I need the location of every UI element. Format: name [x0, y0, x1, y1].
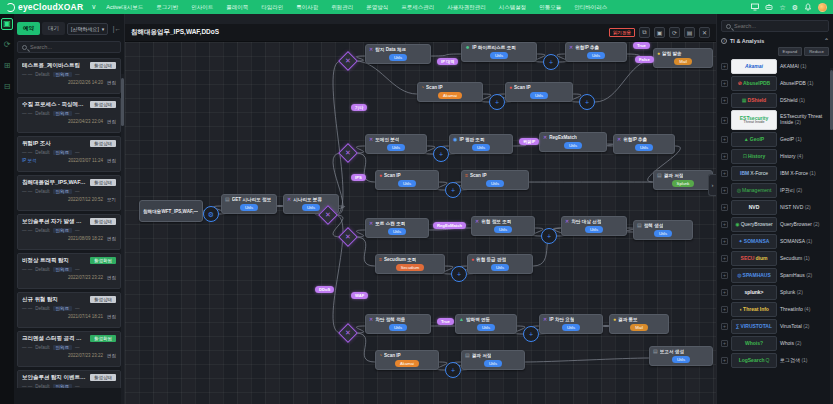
expand-all-button[interactable]: Expand	[778, 47, 803, 56]
playbook-card[interactable]: 크리덴셜 스터핑 공격 탐지활성화됨— —Default인워크—2022/07/…	[17, 331, 121, 367]
app-row[interactable]: +LogSearchQ로그검색 (1)	[721, 353, 829, 368]
workspace-icon[interactable]: ▣	[1, 18, 13, 30]
drag-handle-icon[interactable]: +	[721, 170, 728, 177]
workflow-node[interactable]: ▤결과 저장Utils	[461, 350, 525, 370]
drag-handle-icon[interactable]: +	[721, 289, 728, 296]
app-row[interactable]: +SECUdiumSecudium (1)	[721, 251, 829, 266]
workflow-node[interactable]: 침해대응WFT_IPS,WAF,—	[139, 200, 203, 222]
workflow-node[interactable]: ●위협 등급 판정Utils	[467, 254, 533, 274]
drag-handle-icon[interactable]: +	[721, 323, 728, 330]
collapse-sidebar-button[interactable]: |←	[113, 25, 121, 32]
playbook-card[interactable]: 비정상 트래픽 탐지활성화됨— —Default인워크—2022/07/23 2…	[17, 253, 121, 289]
star-icon[interactable]: ☆	[779, 4, 785, 11]
display-icon[interactable]	[751, 3, 759, 11]
workflow-node[interactable]: ✕IP 차단 요청Utils	[539, 314, 603, 334]
app-row[interactable]: +Whois?Whois (2)	[721, 336, 829, 351]
app-row[interactable]: +◎ManagementIP관리 (2)	[721, 183, 829, 198]
workflow-node[interactable]: ≡Scan IPUtils	[461, 170, 529, 190]
chevron-up-icon[interactable]: ⌃	[824, 37, 829, 44]
menu-item[interactable]: 로그기반	[156, 4, 178, 11]
workflow-node[interactable]: ✕RegExMatchUtils	[539, 132, 607, 152]
gear-node[interactable]: ⚙	[203, 206, 219, 222]
drag-handle-icon[interactable]: +	[721, 80, 728, 87]
panel-icon[interactable]: ⊟	[1, 81, 13, 93]
app-row[interactable]: +✦SOMANSASOMANSA (1)	[721, 234, 829, 249]
workflow-node[interactable]: ▤정책 생성Utils	[633, 220, 693, 240]
workflow-node[interactable]: ◔Scan IPAkamai	[375, 350, 439, 370]
capture-icon[interactable]: ⧉	[639, 27, 650, 38]
join-node[interactable]: +	[541, 228, 557, 244]
workflow-node[interactable]: ●알림 발송Mail	[653, 48, 713, 68]
tab-reserved[interactable]: 예약	[17, 22, 40, 35]
menu-item[interactable]: 시스템설정	[499, 4, 527, 11]
edit-button[interactable]: 보기	[107, 197, 116, 202]
menu-item[interactable]: 사용자권한관리	[447, 4, 486, 11]
workflow-node[interactable]: ✕탐지 Data 체크Utils	[365, 44, 431, 64]
app-row[interactable]: +◍SPAMHAUSSpamHaus (2)	[721, 268, 829, 283]
playbook-card[interactable]: 신규 위협 탐지활성상태— —Default인워크—2021/07/14 18:…	[17, 292, 121, 328]
menu-item[interactable]: 프로세스관리	[401, 4, 434, 11]
folder-icon[interactable]: ▤	[684, 27, 695, 38]
workflow-node[interactable]: ◉IP 평판 조회Utils	[449, 134, 513, 154]
join-node[interactable]: +	[445, 362, 461, 378]
workflow-node[interactable]: ✕차단 정책 적용Utils	[365, 314, 431, 334]
edit-button[interactable]: 편집	[107, 119, 116, 124]
save-icon[interactable]: ▣	[654, 27, 665, 38]
robot-icon[interactable]	[765, 3, 773, 11]
workflow-node[interactable]: ●Scan IPUtils	[505, 82, 573, 102]
app-row[interactable]: +◖Threat InfoThreatInfo (4)	[721, 302, 829, 317]
workflow-node[interactable]: ▤보고서 생성Utils	[649, 346, 713, 366]
menu-item[interactable]: Active대시보드	[106, 4, 143, 11]
app-row[interactable]: +▲GeoIPGeoIP (1)	[721, 132, 829, 147]
expand-right-panel-button[interactable]: ›	[708, 174, 716, 196]
playbook-link[interactable]: IP 분석	[22, 158, 36, 163]
join-node[interactable]: +	[445, 182, 461, 198]
workflow-node[interactable]: ≡Secudium 조회Secudium	[375, 254, 445, 274]
grid-icon[interactable]: ⊞	[1, 60, 13, 72]
edit-button[interactable]: 편집	[107, 314, 116, 319]
app-row[interactable]: +∑VIRUSTOTALVirusTotal (2)	[721, 319, 829, 334]
tab-waiting[interactable]: 대기	[42, 22, 65, 35]
menu-item[interactable]: 특이사항	[296, 4, 318, 11]
drag-handle-icon[interactable]: +	[721, 357, 728, 364]
join-node[interactable]: +	[523, 326, 539, 342]
drag-handle-icon[interactable]: +	[721, 255, 728, 262]
drag-handle-icon[interactable]: +	[721, 153, 728, 160]
join-node[interactable]: +	[489, 94, 505, 110]
workflow-node[interactable]: ✕위협IP 추출Utils	[613, 134, 675, 154]
workflow-node[interactable]: ▲방화벽 연동Utils	[455, 314, 517, 334]
app-row[interactable]: +◉QueryBrowserQueryBrowser (2)	[721, 217, 829, 232]
apps-section-header[interactable]: i TI & Analysis ⌃	[721, 37, 829, 44]
drag-handle-icon[interactable]: +	[721, 306, 728, 313]
app-row[interactable]: +⊘AbuseIPDBAbuseIPDB (1)	[721, 76, 829, 91]
avatar[interactable]	[818, 3, 827, 12]
join-node[interactable]: +	[451, 266, 467, 282]
workflow-node[interactable]: ✕차단 대상 선정Utils	[561, 216, 627, 236]
drag-handle-icon[interactable]: +	[721, 187, 728, 194]
join-node[interactable]: +	[579, 94, 595, 110]
app-row[interactable]: +AkamaiAKAMAI (1)	[721, 59, 829, 74]
edit-button[interactable]: 편집	[107, 236, 116, 241]
refresh-icon[interactable]: ⟳	[1, 39, 13, 51]
workflow-node[interactable]: ●결과 통보Mail	[609, 314, 669, 334]
drag-handle-icon[interactable]: +	[721, 340, 728, 347]
refresh-icon[interactable]: ⟳	[669, 27, 680, 38]
search-input[interactable]	[30, 44, 116, 50]
workflow-node[interactable]: ✕포트 스캔 조회Utils	[365, 218, 429, 238]
workflow-node[interactable]: ✕위협 정보 조회Utils	[471, 216, 535, 236]
drag-handle-icon[interactable]: +	[721, 204, 728, 211]
app-row[interactable]: +ESTsecurityThreat InsideESTsecurity Thr…	[721, 110, 829, 130]
app-row[interactable]: +IBMX-ForceIBM X-Force (1)	[721, 166, 829, 181]
app-row[interactable]: +▦DShieldDShield (1)	[721, 93, 829, 108]
workflow-node[interactable]: ✕위협IP 추출Utils	[565, 42, 627, 62]
playbook-card[interactable]: 침해대응업무_IPS,WAF,D—활성상태— —Default인워크—2022/…	[17, 175, 121, 211]
playbook-card[interactable]: 수집 프로세스 - 피싱메일 —활성상태— —Default인워크—2022/0…	[17, 97, 121, 133]
join-node[interactable]: +	[543, 54, 559, 70]
drag-handle-icon[interactable]: +	[721, 63, 728, 70]
playbook-card[interactable]: 위험IP 조사활성상태— —Default인워크—IP 분석2022/03/07…	[17, 136, 121, 172]
drag-handle-icon[interactable]: +	[721, 221, 728, 228]
delete-icon[interactable]: ✕	[699, 27, 710, 38]
menu-item[interactable]: 안티바이러스	[574, 4, 607, 11]
drag-handle-icon[interactable]: +	[721, 272, 728, 279]
filter-dropdown[interactable]: [선택하세요]▾	[67, 23, 108, 35]
